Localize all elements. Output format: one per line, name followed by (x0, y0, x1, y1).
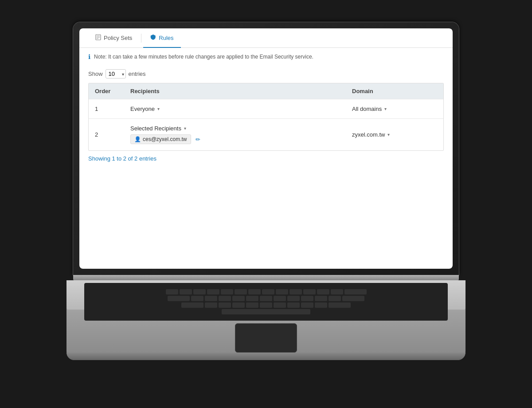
table-row: 1 Everyone ▾ A (89, 99, 443, 119)
key (262, 289, 274, 294)
entries-suffix: entries (129, 71, 146, 77)
keyboard-row-3 (87, 302, 445, 308)
zyxel-domain-arrow: ▾ (387, 132, 390, 137)
keyboard-row-4 (87, 309, 445, 314)
selected-recipients-label: Selected Recipients (130, 125, 181, 132)
key (329, 296, 341, 301)
keyboard-rows (87, 289, 445, 314)
show-label: Show (88, 71, 103, 77)
key (235, 289, 247, 294)
spacebar-key (222, 309, 310, 314)
recipient-tags-row: 👤 ces@zyxel.com.tw ✏ (130, 134, 340, 144)
show-entries-row: Show 10 25 50 100 entries (79, 66, 453, 83)
key (248, 289, 261, 294)
col-header-domain: Domain (346, 83, 443, 99)
laptop-hinge (73, 275, 459, 280)
all-domains-label: All domains (352, 106, 382, 112)
key (344, 289, 367, 294)
key (180, 289, 192, 294)
key (331, 289, 343, 294)
key (221, 289, 233, 294)
row2-order: 2 (89, 119, 124, 151)
rules-table-container: Order Recipients Domain 1 (88, 83, 444, 151)
zyxel-domain-dropdown[interactable]: zyxel.com.tw ▾ (352, 131, 437, 138)
key (289, 289, 302, 294)
entries-select[interactable]: 10 25 50 100 (106, 69, 126, 78)
laptop-bezel: Policy Sets Rules (79, 28, 453, 269)
row1-domain: All domains ▾ (346, 99, 443, 119)
key (246, 302, 258, 308)
selected-recipients-container: Selected Recipients ▾ 👤 ces@zyxel.com.tw (130, 125, 340, 144)
everyone-dropdown[interactable]: Everyone ▾ (130, 106, 340, 112)
key (260, 302, 272, 308)
key (317, 289, 329, 294)
trackpad[interactable] (235, 323, 297, 353)
key (287, 302, 300, 308)
key (181, 302, 203, 308)
everyone-dropdown-arrow: ▾ (157, 106, 160, 111)
info-note: ℹ Note: It can take a few minutes before… (79, 48, 453, 66)
row1-order: 1 (89, 99, 124, 119)
keyboard-row-1 (87, 289, 445, 294)
key (219, 302, 231, 308)
info-icon: ℹ (88, 53, 90, 60)
entries-select-wrapper[interactable]: 10 25 50 100 (106, 69, 126, 78)
key (329, 302, 351, 308)
tab-rules-label: Rules (159, 35, 173, 41)
key (315, 302, 327, 308)
user-icon: 👤 (134, 136, 141, 142)
key (274, 302, 286, 308)
key (274, 296, 286, 301)
key (193, 289, 206, 294)
key (205, 296, 217, 301)
edit-icon[interactable]: ✏ (196, 136, 200, 143)
tabs-bar: Policy Sets Rules (79, 28, 453, 48)
key (260, 296, 272, 301)
key (303, 289, 316, 294)
tab-policy-sets-label: Policy Sets (104, 35, 132, 41)
zyxel-domain-label: zyxel.com.tw (352, 131, 385, 138)
laptop-bottom-edge (66, 353, 466, 360)
row1-recipients: Everyone ▾ (124, 99, 346, 119)
selected-recipients-dropdown[interactable]: Selected Recipients ▾ (130, 125, 340, 132)
key (232, 302, 245, 308)
info-note-text: Note: It can take a few minutes before r… (94, 54, 313, 60)
rules-table: Order Recipients Domain 1 (89, 83, 443, 150)
key (168, 296, 190, 301)
row2-recipients: Selected Recipients ▾ 👤 ces@zyxel.com.tw (124, 119, 346, 151)
showing-entries-text: Showing 1 to 2 of 2 entries (79, 151, 453, 166)
key (315, 296, 327, 301)
key (166, 289, 178, 294)
recipient-tag: 👤 ces@zyxel.com.tw (130, 134, 191, 144)
shield-icon (150, 34, 156, 42)
screen-content: Policy Sets Rules (79, 28, 453, 269)
tab-policy-sets[interactable]: Policy Sets (88, 29, 139, 48)
all-domains-dropdown[interactable]: All domains ▾ (352, 106, 437, 112)
showing-label: Showing 1 to 2 of 2 entries (88, 155, 156, 162)
key (232, 296, 245, 301)
key (287, 296, 300, 301)
key (276, 289, 288, 294)
key (205, 302, 217, 308)
all-domains-arrow: ▾ (384, 106, 387, 111)
key (246, 296, 258, 301)
key (207, 289, 219, 294)
table-header-row: Order Recipients Domain (89, 83, 443, 99)
col-header-recipients: Recipients (124, 83, 346, 99)
selected-recipients-arrow: ▾ (184, 126, 186, 131)
key (301, 296, 313, 301)
tab-rules[interactable]: Rules (143, 29, 180, 48)
keyboard-area (84, 283, 448, 321)
col-header-order: Order (89, 83, 124, 99)
row2-domain: zyxel.com.tw ▾ (346, 119, 443, 151)
key (191, 296, 203, 301)
app-container: Policy Sets Rules (79, 28, 453, 269)
keyboard-row-2 (87, 296, 445, 301)
key (301, 302, 313, 308)
key (219, 296, 231, 301)
laptop-screen: Policy Sets Rules (73, 22, 459, 275)
everyone-label: Everyone (130, 106, 155, 112)
recipient-email: ces@zyxel.com.tw (143, 136, 187, 142)
laptop-base (66, 280, 466, 360)
laptop-wrapper: Policy Sets Rules (66, 22, 466, 386)
